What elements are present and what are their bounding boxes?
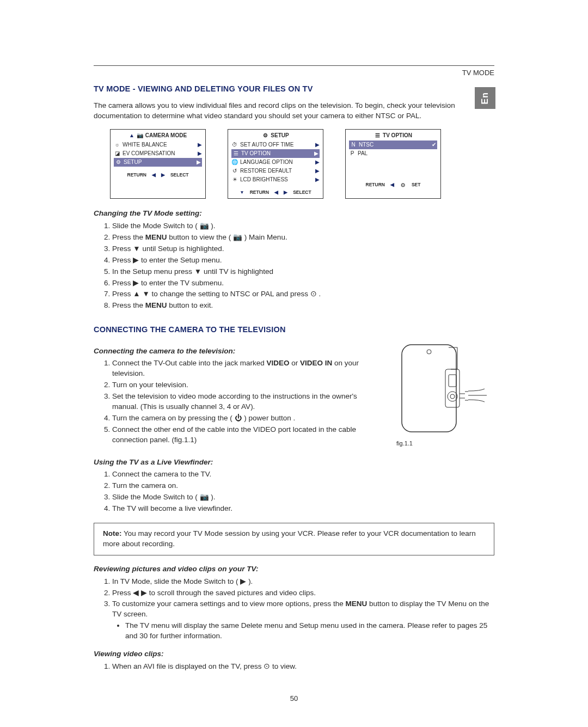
header-rule <box>94 65 494 66</box>
change-tv-heading: Changing the TV Mode setting: <box>94 209 494 219</box>
screen-tv-option: ☰ TV OPTION NNTSC ✔ PPAL RETURN ◀ ⊙ SET <box>345 129 441 199</box>
step: Press the MENU button to view the ( 📷 ) … <box>112 233 494 243</box>
white-balance-icon: ☼ <box>114 142 120 148</box>
menu-row: ↺RESTORE DEFAULT ▶ <box>231 167 320 175</box>
menu-label: NTSC <box>359 141 373 149</box>
menu-row-selected: ⚙SETUP ▶ <box>114 158 202 167</box>
menu-label: TV OPTION <box>241 150 271 157</box>
screen-footer: RETURN ◀ ▶ SELECT <box>114 172 202 179</box>
step: Press ▼ until Setup is highlighted. <box>112 244 494 254</box>
left-arrow-icon: ◀ <box>133 589 139 597</box>
right-arrow-icon: ▶ <box>315 141 320 149</box>
menu-label: SET AUTO OFF TIME <box>240 141 293 149</box>
right-arrow-icon: ▶ <box>314 150 318 157</box>
left-arrow-icon: ◀ <box>390 182 394 188</box>
change-tv-steps: Slide the Mode Switch to ( 📷 ). Press th… <box>94 221 494 311</box>
footer-return: RETURN <box>250 190 269 196</box>
step: When an AVI file is displayed on the TV,… <box>112 662 494 672</box>
step: Turn the camera on by pressing the ( ⏻ )… <box>112 413 380 424</box>
step: Turn the camera on. <box>112 481 494 491</box>
step: In TV Mode, slide the Mode Switch to ( ▶… <box>112 577 494 587</box>
right-arrow-icon: ▶ <box>197 158 201 166</box>
footer-return: RETURN <box>366 182 385 188</box>
step: Press ▶ to enter the Setup menu. <box>112 255 494 266</box>
camera-icon: 📷 <box>233 233 242 243</box>
step: Connect the camera to the TV. <box>112 469 494 480</box>
screen-setup: ⚙ SETUP ⏱SET AUTO OFF TIME ▶ ☰TV OPTION … <box>228 129 323 199</box>
restore-icon: ↺ <box>231 168 238 174</box>
menu-label: LANGUAGE OPTION <box>240 158 293 166</box>
svg-rect-0 <box>402 345 456 432</box>
figure-caption: fig.1.1 <box>396 439 494 448</box>
step: To customize your camera settings and to… <box>112 599 494 642</box>
tv-icon: ☰ <box>374 132 381 139</box>
step: Set the television to video mode accordi… <box>112 392 380 412</box>
menu-row: 🌐LANGUAGE OPTION ▶ <box>231 158 320 167</box>
screen-title-row: ⚙ SETUP <box>231 132 320 139</box>
screen-mockups: ▲ 📷 CAMERA MODE ☼WHITE BALANCE ▶ ◪EV COM… <box>110 129 494 199</box>
menu-label: PAL <box>358 150 367 157</box>
right-arrow-icon: ▶ <box>133 256 139 264</box>
step: Press ▲ ▼ to change the setting to NTSC … <box>112 289 494 300</box>
left-arrow-icon: ◀ <box>274 190 278 196</box>
note-text: You may record your TV Mode session by u… <box>103 529 476 548</box>
down-arrow-icon: ▼ <box>240 190 244 196</box>
right-arrow-icon: ▶ <box>315 176 320 184</box>
step: Connect the other end of the cable into … <box>112 425 380 445</box>
viewing-heading: Viewing video clips: <box>94 649 494 659</box>
svg-point-5 <box>450 394 455 399</box>
ok-icon: ⊙ <box>400 182 406 188</box>
screen-footer: RETURN ◀ ⊙ SET <box>349 182 437 188</box>
globe-icon: 🌐 <box>231 159 238 166</box>
menu-row-selected: ☰TV OPTION ▶ <box>231 149 320 158</box>
menu-label: SETUP <box>124 158 142 166</box>
step: Slide the Mode Switch to ( 📷 ). <box>112 492 494 503</box>
ok-icon: ⊙ <box>310 290 317 298</box>
power-icon: ⏻ <box>235 414 242 422</box>
ok-icon: ⊙ <box>264 662 270 670</box>
screen-title-row: ☰ TV OPTION <box>349 132 437 139</box>
page-number: 50 <box>94 694 494 704</box>
setup-icon: ⚙ <box>115 159 121 166</box>
down-arrow-icon: ▼ <box>142 290 149 298</box>
menu-row: ◪EV COMPENSATION ▶ <box>114 149 202 158</box>
right-arrow-icon: ▶ <box>141 589 147 597</box>
right-arrow-icon: ▶ <box>315 158 320 166</box>
step: Slide the Mode Switch to ( 📷 ). <box>112 221 494 231</box>
section2-title: CONNECTING THE CAMERA TO THE TELEVISION <box>94 324 494 335</box>
footer-return: RETURN <box>127 172 146 179</box>
step: Connect the TV-Out cable into the jack m… <box>112 358 380 379</box>
screen-title: TV OPTION <box>383 132 412 139</box>
step: Press ◀ ▶ to scroll through the saved pi… <box>112 588 494 598</box>
viewing-steps: When an AVI file is displayed on the TV,… <box>94 662 494 672</box>
tv-icon: ☰ <box>232 150 239 157</box>
camera-icon: 📷 <box>200 221 209 231</box>
svg-rect-3 <box>449 375 456 387</box>
step: Press the MENU button to exit. <box>112 301 494 311</box>
language-tab: En <box>475 87 495 109</box>
connect-steps: Connect the TV-Out cable into the jack m… <box>94 358 380 445</box>
live-viewfinder-steps: Connect the camera to the TV. Turn the c… <box>94 469 494 514</box>
right-arrow-icon: ▶ <box>198 141 202 149</box>
menu-label: RESTORE DEFAULT <box>240 167 292 175</box>
live-viewfinder-heading: Using the TV as a Live Viewfinder: <box>94 457 494 468</box>
check-icon: ✔ <box>432 141 436 149</box>
bullet: The TV menu will display the same Delete… <box>125 621 494 642</box>
brightness-icon: ☀ <box>231 176 238 183</box>
menu-row: ☼WHITE BALANCE ▶ <box>114 140 202 149</box>
menu-label: WHITE BALANCE <box>122 141 167 149</box>
up-icon: ▲ <box>129 132 134 139</box>
clock-icon: ⏱ <box>231 142 238 148</box>
language-tab-label: En <box>479 92 491 104</box>
menu-label: EV COMPENSATION <box>122 150 175 157</box>
down-arrow-icon: ▼ <box>133 245 140 253</box>
header-corner-label: TV MODE <box>94 68 494 78</box>
menu-row: ⏱SET AUTO OFF TIME ▶ <box>231 140 320 149</box>
right-arrow-icon: ▶ <box>315 167 320 175</box>
step: In the Setup menu press ▼ until TV is hi… <box>112 267 494 277</box>
screen-camera-mode: ▲ 📷 CAMERA MODE ☼WHITE BALANCE ▶ ◪EV COM… <box>110 129 206 199</box>
menu-row: ☀LCD BRIGHTNESS ▶ <box>231 175 320 184</box>
footer-select: SELECT <box>170 172 189 179</box>
setup-icon: ⚙ <box>262 132 268 139</box>
ev-icon: ◪ <box>114 150 120 157</box>
